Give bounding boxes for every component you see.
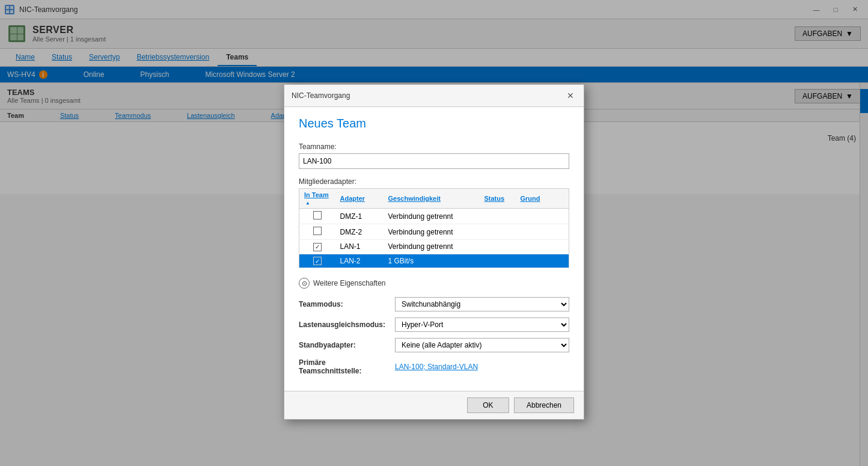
modal-title: NIC-Teamvorgang [292,91,350,100]
standby-row: Standbyadapter: Keine (alle Adapter akti… [299,338,569,352]
adapter-speed-lan1: Verbindung getrennt [384,240,480,254]
lastenausgleich-row: Lastenausgleichsmodus: Hyper-V-Port [299,317,569,332]
teamname-group: Teamname: [299,143,569,169]
abbrechen-button[interactable]: Abbrechen [514,397,574,413]
adapter-row-dmz1[interactable]: DMZ-1 Verbindung getrennt [299,209,569,224]
teamname-input[interactable] [299,153,569,169]
checkbox-lan2[interactable] [313,257,322,265]
ok-button[interactable]: OK [467,397,509,413]
adapter-row-lan2[interactable]: LAN-2 1 GBit/s [299,254,569,268]
modal-close-button[interactable]: ✕ [564,90,576,102]
adapter-speed-lan2: 1 GBit/s [384,254,480,268]
adapter-name-dmz2: DMZ-2 [335,224,384,240]
adapter-grund-dmz1 [516,209,569,224]
nic-modal: NIC-Teamvorgang ✕ Neues Team Teamname: M… [284,84,584,420]
adapter-grund-lan1 [516,240,569,254]
lastenausgleich-select[interactable]: Hyper-V-Port [395,317,569,332]
modal-title-bar: NIC-Teamvorgang ✕ [284,85,584,107]
col-in-team[interactable]: In Team ▲ [299,189,335,209]
adapter-grund-dmz2 [516,224,569,240]
standby-label: Standbyadapter: [299,341,395,349]
teammodus-row: Teammodus: Switchunabhängig [299,297,569,311]
modal-body: Neues Team Teamname: Mitgliederadapter: … [284,107,584,391]
primaere-label: Primäre Teamschnittstelle: [299,358,395,375]
teammodus-label: Teammodus: [299,300,395,308]
standby-select[interactable]: Keine (alle Adapter aktiv) [395,338,569,352]
checkbox-lan1[interactable] [313,243,322,251]
adapter-label: Mitgliederadapter: [299,177,569,186]
weitere-icon: ⊙ [299,278,310,289]
primaere-link[interactable]: LAN-100; Standard-VLAN [395,363,478,371]
modal-footer: OK Abbrechen [284,391,584,419]
adapter-group: Mitgliederadapter: In Team ▲ Adapter [299,177,569,268]
primaere-row: Primäre Teamschnittstelle: LAN-100; Stan… [299,358,569,375]
modal-overlay: NIC-Teamvorgang ✕ Neues Team Teamname: M… [0,0,868,466]
col-status[interactable]: Status [480,189,516,209]
adapter-name-lan2: LAN-2 [335,254,384,268]
adapter-speed-dmz2: Verbindung getrennt [384,224,480,240]
adapter-grund-lan2 [516,254,569,268]
adapter-name-dmz1: DMZ-1 [335,209,384,224]
adapter-status-dmz2 [480,224,516,240]
col-geschwindigkeit[interactable]: Geschwindigkeit [384,189,480,209]
weitere-label: Weitere Eigenschaften [313,279,386,287]
checkbox-dmz1[interactable] [313,211,322,219]
adapter-status-dmz1 [480,209,516,224]
teammodus-select[interactable]: Switchunabhängig [395,297,569,311]
col-adapter[interactable]: Adapter [335,189,384,209]
lastenausgleich-label: Lastenausgleichsmodus: [299,320,395,329]
col-grund[interactable]: Grund [516,189,569,209]
adapter-row-lan1[interactable]: LAN-1 Verbindung getrennt [299,240,569,254]
weitere-eigenschaften-button[interactable]: ⊙ Weitere Eigenschaften [299,278,386,289]
adapter-row-dmz2[interactable]: DMZ-2 Verbindung getrennt [299,224,569,240]
teamname-label: Teamname: [299,143,569,151]
adapter-table: In Team ▲ Adapter Geschwindigkeit Status [299,188,569,268]
adapter-status-lan1 [480,240,516,254]
adapter-status-lan2 [480,254,516,268]
modal-heading: Neues Team [299,117,569,130]
adapter-name-lan1: LAN-1 [335,240,384,254]
adapter-speed-dmz1: Verbindung getrennt [384,209,480,224]
sort-arrow-icon: ▲ [305,200,310,206]
checkbox-dmz2[interactable] [313,227,322,235]
